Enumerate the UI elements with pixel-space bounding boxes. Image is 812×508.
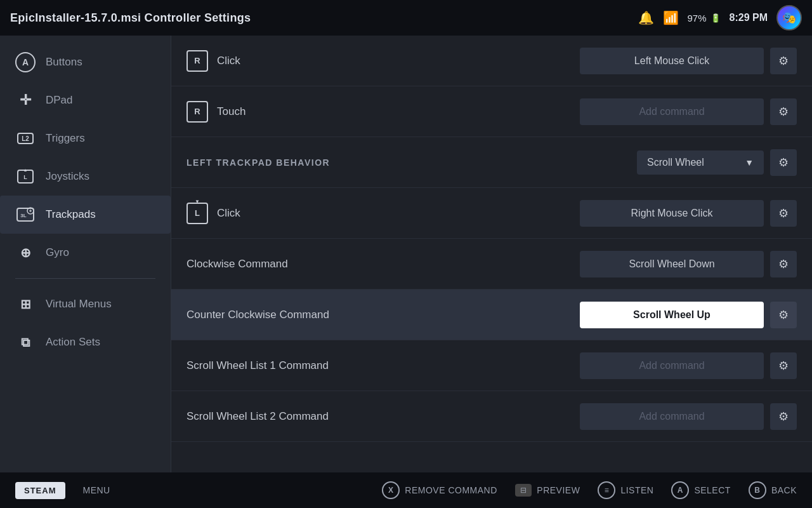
gear-btn-scroll-list-1[interactable]: ⚙ xyxy=(770,352,797,379)
action-listen[interactable]: ≡ LISTEN xyxy=(598,481,653,499)
label-scroll-list-1: Scroll Wheel List 1 Command xyxy=(187,359,329,372)
row-right-scroll-list-2: Add command ⚙ xyxy=(580,403,797,430)
listen-button-icon: ≡ xyxy=(598,481,615,499)
sidebar-label-triggers: Triggers xyxy=(46,132,85,145)
command-btn-counter-clockwise[interactable]: Scroll Wheel Up xyxy=(580,302,764,328)
row-label-counter-clockwise: Counter Clockwise Command xyxy=(187,309,580,321)
row-right-click-l: Right Mouse Click ⚙ xyxy=(580,200,797,227)
row-click-top: R Click Left Mouse Click ⚙ xyxy=(171,36,812,86)
label-click-top: Click xyxy=(217,55,240,67)
dropdown-arrow-icon: ▼ xyxy=(745,157,754,168)
triggers-icon: L2 xyxy=(15,128,36,149)
sidebar-label-trackpads: Trackpads xyxy=(46,208,96,221)
command-btn-scroll-list-1[interactable]: Add command xyxy=(580,352,764,379)
avatar[interactable]: 🎭 xyxy=(776,5,802,30)
row-label-scroll-list-1: Scroll Wheel List 1 Command xyxy=(187,359,580,372)
row-right-touch: Add command ⚙ xyxy=(580,98,797,125)
row-right-click-top: Left Mouse Click ⚙ xyxy=(580,48,797,74)
row-label-clockwise: Clockwise Command xyxy=(187,258,580,271)
clock: 8:29 PM xyxy=(730,12,768,23)
behavior-dropdown[interactable]: Scroll Wheel ▼ xyxy=(637,150,764,175)
gear-btn-click-l[interactable]: ⚙ xyxy=(770,200,797,227)
gear-btn-section[interactable]: ⚙ xyxy=(770,149,797,176)
row-scroll-list-1: Scroll Wheel List 1 Command Add command … xyxy=(171,340,812,391)
gear-btn-scroll-list-2[interactable]: ⚙ xyxy=(770,403,797,430)
action-select[interactable]: A SELECT xyxy=(671,481,730,499)
sidebar-item-dpad[interactable]: ✛ DPad xyxy=(0,81,171,119)
command-btn-clockwise[interactable]: Scroll Wheel Down xyxy=(580,251,764,277)
buttons-icon: A xyxy=(15,52,36,72)
battery-icon: 🔋 xyxy=(710,13,721,23)
gear-btn-clockwise[interactable]: ⚙ xyxy=(770,251,797,277)
badge-l-click: L ▼ xyxy=(187,203,208,224)
command-btn-click-l[interactable]: Right Mouse Click xyxy=(580,200,764,227)
sidebar-label-buttons: Buttons xyxy=(46,56,82,69)
avatar-emoji: 🎭 xyxy=(782,11,796,25)
main-layout: A Buttons ✛ DPad L2 Triggers L xyxy=(0,36,812,472)
command-btn-scroll-list-2[interactable]: Add command xyxy=(580,403,764,430)
behavior-dropdown-text: Scroll Wheel xyxy=(647,157,738,168)
gyro-icon: ⊕ xyxy=(15,243,36,263)
wifi-icon: 📶 xyxy=(663,10,679,25)
sidebar-divider xyxy=(15,278,155,279)
svg-text:L: L xyxy=(23,174,27,180)
row-scroll-list-2: Scroll Wheel List 2 Command Add command … xyxy=(171,391,812,442)
svg-text:3L: 3L xyxy=(20,213,26,218)
menu-label: MENU xyxy=(83,485,110,495)
sidebar-item-trackpads[interactable]: 3L Trackpads xyxy=(0,196,171,234)
sidebar-label-joysticks: Joysticks xyxy=(46,170,89,183)
dpad-icon: ✛ xyxy=(15,90,36,110)
virtual-menus-icon: ⊞ xyxy=(15,294,36,314)
menu-action: MENU xyxy=(83,485,110,495)
sidebar-item-triggers[interactable]: L2 Triggers xyxy=(0,119,171,157)
label-click-l: Click xyxy=(217,207,240,220)
gear-btn-click-top[interactable]: ⚙ xyxy=(770,48,797,74)
battery-info: 97% 🔋 xyxy=(688,13,721,23)
row-right-scroll-list-1: Add command ⚙ xyxy=(580,352,797,379)
sidebar-label-dpad: DPad xyxy=(46,94,73,107)
svg-text:L2: L2 xyxy=(22,135,29,142)
action-listen-label: LISTEN xyxy=(620,485,653,495)
sidebar-label-action-sets: Action Sets xyxy=(46,336,100,349)
battery-percentage: 97% xyxy=(688,13,707,23)
label-touch: Touch xyxy=(217,105,246,118)
row-touch: R Touch Add command ⚙ xyxy=(171,86,812,137)
top-bar-right: 🔔 📶 97% 🔋 8:29 PM 🎭 xyxy=(638,5,802,30)
a-button-icon: A xyxy=(671,481,689,499)
action-preview[interactable]: ⊟ PREVIEW xyxy=(515,484,580,497)
sidebar-label-gyro: Gyro xyxy=(46,246,69,259)
sidebar-item-gyro[interactable]: ⊕ Gyro xyxy=(0,234,171,272)
action-select-label: SELECT xyxy=(694,485,730,495)
action-remove-label: REMOVE COMMAND xyxy=(405,485,497,495)
action-remove[interactable]: X REMOVE COMMAND xyxy=(382,481,497,499)
action-back[interactable]: B BACK xyxy=(749,481,797,499)
row-label-scroll-list-2: Scroll Wheel List 2 Command xyxy=(187,410,580,423)
trackpads-icon: 3L xyxy=(15,204,36,225)
gear-btn-touch[interactable]: ⚙ xyxy=(770,98,797,125)
label-scroll-list-2: Scroll Wheel List 2 Command xyxy=(187,410,329,423)
action-preview-label: PREVIEW xyxy=(537,485,580,495)
row-label-touch: R Touch xyxy=(187,101,580,123)
command-btn-touch[interactable]: Add command xyxy=(580,98,764,125)
section-header-trackpad: LEFT TRACKPAD BEHAVIOR Scroll Wheel ▼ ⚙ xyxy=(171,137,812,188)
preview-button-icon: ⊟ xyxy=(515,484,532,497)
gear-btn-counter-clockwise[interactable]: ⚙ xyxy=(770,302,797,328)
sidebar-item-virtual-menus[interactable]: ⊞ Virtual Menus xyxy=(0,285,171,323)
command-btn-click-top[interactable]: Left Mouse Click xyxy=(580,48,764,74)
row-right-clockwise: Scroll Wheel Down ⚙ xyxy=(580,251,797,277)
sidebar-item-buttons[interactable]: A Buttons xyxy=(0,43,171,81)
section-title-trackpad: LEFT TRACKPAD BEHAVIOR xyxy=(187,157,637,168)
top-bar: EpicInstaller-15.7.0.msi Controller Sett… xyxy=(0,0,812,36)
notification-icon[interactable]: 🔔 xyxy=(638,10,654,25)
badge-r-touch: R xyxy=(187,101,208,123)
row-clockwise: Clockwise Command Scroll Wheel Down ⚙ xyxy=(171,239,812,290)
sidebar-item-joysticks[interactable]: L Joysticks xyxy=(0,157,171,196)
sidebar: A Buttons ✛ DPad L2 Triggers L xyxy=(0,36,171,472)
steam-button[interactable]: STEAM xyxy=(15,482,65,499)
sidebar-label-virtual-menus: Virtual Menus xyxy=(46,298,112,311)
label-clockwise: Clockwise Command xyxy=(187,258,288,271)
sidebar-item-action-sets[interactable]: ⧉ Action Sets xyxy=(0,323,171,361)
action-sets-icon: ⧉ xyxy=(15,332,36,352)
row-label-click-l: L ▼ Click xyxy=(187,203,580,224)
x-button-icon: X xyxy=(382,481,400,499)
